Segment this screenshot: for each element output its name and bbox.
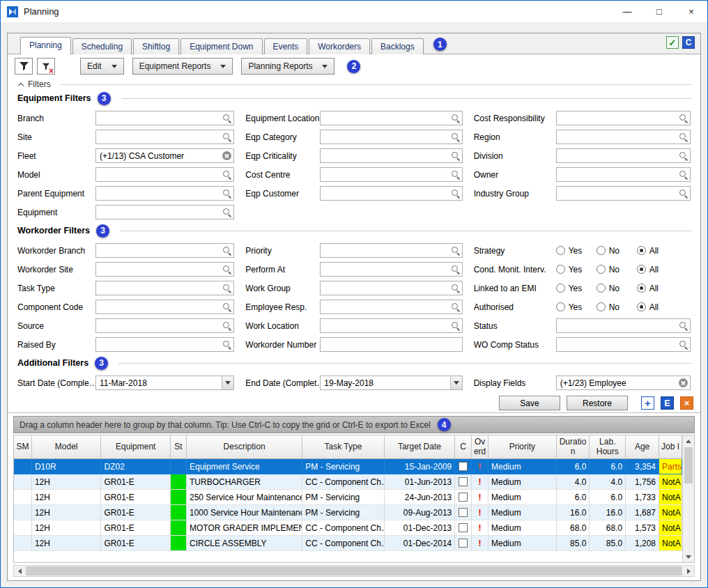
- search-icon[interactable]: [451, 189, 460, 198]
- search-icon[interactable]: [679, 170, 688, 179]
- authorised-yes[interactable]: Yes: [556, 302, 597, 312]
- calendar-dropdown-icon[interactable]: [222, 376, 233, 389]
- c-panel-icon[interactable]: C: [682, 36, 695, 49]
- region-input[interactable]: [556, 130, 691, 144]
- tab-workorders[interactable]: Workorders: [309, 38, 370, 54]
- work-location-input[interactable]: [320, 318, 462, 333]
- priority-input[interactable]: [320, 243, 462, 258]
- restore-button[interactable]: Restore: [567, 396, 628, 410]
- table-row[interactable]: 12H GR01-E MOTOR GRADER IMPLEMENT… CC - …: [14, 520, 682, 536]
- search-icon[interactable]: [222, 208, 231, 217]
- col-header-lab-hours[interactable]: Lab. Hours: [590, 435, 626, 459]
- linked-emi-yes[interactable]: Yes: [556, 284, 597, 293]
- industry-group-input[interactable]: [556, 186, 691, 201]
- raised-by-input[interactable]: [95, 337, 234, 352]
- strategy-no[interactable]: No: [597, 246, 637, 256]
- table-row[interactable]: D10R DZ02 Equipment Service PM - Servici…: [14, 459, 682, 474]
- start-date-input[interactable]: 11-Mar-2018: [95, 376, 234, 390]
- search-icon[interactable]: [679, 321, 688, 330]
- group-by-bar[interactable]: Drag a column header here to group by th…: [13, 416, 695, 433]
- work-group-input[interactable]: [320, 281, 462, 295]
- col-header-st[interactable]: St: [171, 435, 187, 459]
- row-checkbox[interactable]: [459, 539, 468, 548]
- calendar-dropdown-icon[interactable]: [450, 376, 462, 389]
- model-input[interactable]: [95, 167, 234, 182]
- col-header-target-date[interactable]: Target Date: [385, 435, 456, 459]
- strategy-yes[interactable]: Yes: [556, 246, 597, 256]
- add-grid-icon[interactable]: +: [641, 396, 654, 410]
- row-checkbox[interactable]: [459, 508, 468, 517]
- cost-responsibility-input[interactable]: [556, 111, 691, 125]
- equipment-reports-button[interactable]: Equipment Reports: [132, 58, 233, 75]
- linked-emi-all[interactable]: All: [637, 284, 659, 293]
- tab-shiftlog[interactable]: Shiftlog: [133, 38, 179, 54]
- cond-monit-no[interactable]: No: [597, 265, 637, 274]
- search-icon[interactable]: [679, 340, 688, 349]
- eqp-category-input[interactable]: [320, 130, 462, 144]
- horizontal-scroll-thumb[interactable]: [26, 566, 682, 575]
- search-icon[interactable]: [451, 151, 460, 160]
- col-header-duration[interactable]: Duration: [557, 435, 590, 459]
- search-icon[interactable]: [222, 246, 231, 255]
- cond-monit-yes[interactable]: Yes: [556, 265, 597, 274]
- row-checkbox[interactable]: [459, 493, 468, 502]
- excel-export-icon[interactable]: E: [661, 396, 674, 410]
- search-icon[interactable]: [451, 170, 460, 179]
- tab-backlogs[interactable]: Backlogs: [371, 38, 424, 54]
- search-icon[interactable]: [679, 114, 688, 123]
- source-input[interactable]: [95, 318, 234, 333]
- col-header-model[interactable]: Model: [32, 435, 102, 459]
- maximize-icon[interactable]: □: [643, 1, 675, 22]
- edit-button[interactable]: Edit: [80, 58, 124, 75]
- workorder-number-input[interactable]: [320, 337, 462, 352]
- col-header-task-type[interactable]: Task Type: [302, 435, 384, 459]
- table-row[interactable]: 12H GR01-E TURBOCHARGER CC - Component C…: [14, 474, 682, 490]
- validate-icon[interactable]: ✓: [666, 36, 679, 49]
- row-checkbox[interactable]: [459, 477, 468, 486]
- search-icon[interactable]: [679, 151, 688, 160]
- clear-filter-button[interactable]: [37, 58, 55, 75]
- search-icon[interactable]: [451, 302, 460, 311]
- col-header-overd[interactable]: Overd: [472, 435, 488, 459]
- search-icon[interactable]: [222, 170, 231, 179]
- clear-icon[interactable]: [679, 378, 688, 387]
- search-icon[interactable]: [451, 132, 460, 141]
- col-header-age[interactable]: Age: [626, 435, 659, 459]
- table-row[interactable]: 12H GR01-E 250 Service Hour Maintenance …: [14, 490, 682, 505]
- tab-events[interactable]: Events: [264, 38, 308, 54]
- table-row[interactable]: 12H GR01-E CIRCLE ASSEMBLY CC - Componen…: [14, 536, 682, 551]
- search-icon[interactable]: [451, 284, 460, 293]
- strategy-all[interactable]: All: [637, 246, 659, 256]
- parent-equipment-input[interactable]: [95, 186, 234, 201]
- cost-centre-input[interactable]: [320, 167, 462, 182]
- eqp-criticality-input[interactable]: [320, 148, 462, 163]
- search-icon[interactable]: [451, 246, 460, 255]
- workorder-branch-input[interactable]: [95, 243, 234, 258]
- col-header-priority[interactable]: Priority: [488, 435, 557, 459]
- scroll-up-icon[interactable]: [683, 435, 694, 447]
- search-icon[interactable]: [222, 284, 231, 293]
- col-header-c[interactable]: C: [455, 435, 472, 459]
- status-input[interactable]: [556, 318, 691, 333]
- search-icon[interactable]: [222, 114, 231, 123]
- minimize-icon[interactable]: —: [611, 1, 643, 22]
- site-input[interactable]: [95, 130, 234, 144]
- table-row[interactable]: 12H GR01-E 1000 Service Hour Maintenance…: [14, 505, 682, 520]
- vertical-scroll-thumb[interactable]: [684, 447, 693, 483]
- workorder-site-input[interactable]: [95, 262, 234, 277]
- filter-button[interactable]: [15, 58, 33, 75]
- planning-reports-button[interactable]: Planning Reports: [241, 58, 334, 75]
- end-date-input[interactable]: 19-May-2018: [320, 376, 462, 390]
- search-icon[interactable]: [451, 265, 460, 274]
- employee-resp-input[interactable]: [320, 300, 462, 314]
- fleet-input[interactable]: (+1/13) CSA Customer: [95, 148, 234, 163]
- authorised-all[interactable]: All: [637, 302, 659, 312]
- search-icon[interactable]: [222, 132, 231, 141]
- search-icon[interactable]: [222, 340, 231, 349]
- scroll-down-icon[interactable]: [683, 551, 694, 562]
- search-icon[interactable]: [222, 189, 231, 198]
- division-input[interactable]: [556, 148, 691, 163]
- col-header-description[interactable]: Description: [187, 435, 302, 459]
- scroll-right-icon[interactable]: [683, 566, 694, 576]
- close-panel-icon[interactable]: ×: [680, 396, 693, 410]
